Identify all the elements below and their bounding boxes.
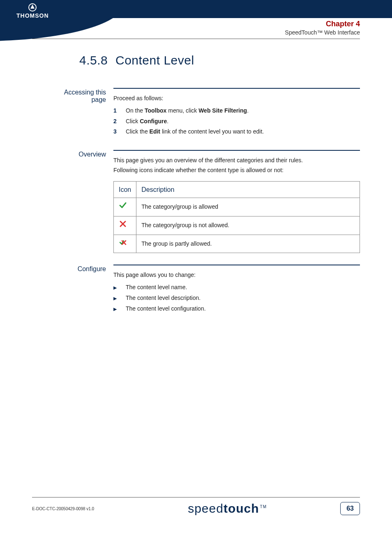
- section-overview: Overview This page gives you an overview…: [48, 150, 360, 253]
- desc-not-allowed: The category/group is not allowed.: [136, 216, 360, 235]
- t: .: [247, 107, 249, 114]
- brand-logo: THOMSON: [16, 3, 49, 19]
- chapter-subtitle: SpeedTouch™ Web Interface: [285, 29, 360, 36]
- th-description: Description: [136, 181, 360, 198]
- overview-p2: Following icons indicate whether the con…: [113, 166, 360, 175]
- header-right: Chapter 4 SpeedTouch™ Web Interface: [285, 20, 360, 36]
- page-content: 4.5.8Content Level Accessing this page P…: [0, 49, 392, 326]
- t: menu, click: [166, 107, 198, 114]
- body-overview: This page gives you an overview of the d…: [113, 150, 360, 253]
- footer-row: E-DOC-CTC-20050429-0098 v1.0 speedtouchT…: [32, 502, 360, 516]
- step-number: 1: [113, 106, 126, 116]
- side-label-accessing: Accessing this page: [48, 88, 113, 138]
- t: Configure: [140, 118, 167, 124]
- overview-p1: This page gives you an overview of the d…: [113, 156, 360, 166]
- section-rule: [113, 265, 360, 265]
- accessing-steps: 1 On the Toolbox menu, click Web Site Fi…: [113, 106, 360, 137]
- side-label-overview: Overview: [48, 150, 113, 253]
- chapter-label: Chapter 4: [285, 20, 360, 28]
- item-text: The content level name.: [126, 283, 187, 292]
- item-text: The content level description.: [126, 293, 201, 303]
- accessing-intro: Proceed as follows:: [113, 94, 360, 104]
- partial-icon: [119, 238, 127, 246]
- thomson-emblem-icon: [28, 3, 37, 12]
- section-rule: [113, 88, 360, 89]
- desc-partial: The group is partly allowed.: [136, 235, 360, 253]
- logo-part-bold: touch: [224, 502, 259, 515]
- body-configure: This page allows you to change: ▶The con…: [113, 265, 360, 314]
- list-item: ▶The content level description.: [113, 293, 360, 303]
- desc-allowed: The category/group is allowed: [136, 198, 360, 216]
- table-row: The category/group is not allowed.: [114, 216, 360, 235]
- t: Toolbox: [145, 107, 166, 114]
- step-number: 2: [113, 117, 126, 127]
- t: Click the: [126, 128, 150, 135]
- section-name: Content Level: [115, 53, 194, 67]
- list-item: ▶The content level name.: [113, 283, 360, 292]
- check-icon: [119, 201, 127, 210]
- icon-table: Icon Description The category/group is a…: [113, 181, 360, 253]
- step-1: 1 On the Toolbox menu, click Web Site Fi…: [113, 106, 360, 116]
- configure-list: ▶The content level name. ▶The content le…: [113, 283, 360, 313]
- t: Edit: [150, 128, 160, 135]
- step-text: On the Toolbox menu, click Web Site Filt…: [126, 106, 249, 116]
- section-number: 4.5.8: [79, 53, 115, 67]
- side-label-configure: Configure: [48, 265, 113, 314]
- t: link of the content level you want to ed…: [160, 128, 264, 135]
- bullet-icon: ▶: [113, 295, 126, 302]
- icon-partial: [114, 235, 136, 253]
- step-3: 3 Click the Edit link of the content lev…: [113, 127, 360, 137]
- icon-allowed: [114, 198, 136, 216]
- page-title: 4.5.8Content Level: [79, 53, 360, 67]
- item-text: The content level configuration.: [126, 304, 206, 314]
- step-text: Click Configure.: [126, 117, 168, 127]
- list-item: ▶The content level configuration.: [113, 304, 360, 314]
- document-id: E-DOC-CTC-20050429-0098 v1.0: [32, 507, 114, 511]
- footer-rule: [32, 497, 360, 497]
- table-row: The group is partly allowed.: [114, 235, 360, 253]
- section-accessing: Accessing this page Proceed as follows: …: [48, 88, 360, 138]
- bullet-icon: ▶: [113, 284, 126, 292]
- icon-not-allowed: [114, 216, 136, 235]
- table-header-row: Icon Description: [114, 181, 360, 198]
- trademark-symbol: TM: [260, 504, 267, 509]
- bullet-icon: ▶: [113, 305, 126, 313]
- section-rule: [113, 150, 360, 151]
- page-footer: E-DOC-CTC-20050429-0098 v1.0 speedtouchT…: [32, 497, 360, 516]
- table-row: The category/group is allowed: [114, 198, 360, 216]
- t: Web Site Filtering: [198, 107, 247, 114]
- speedtouch-logo: speedtouchTM: [114, 502, 340, 516]
- page-number: 63: [340, 502, 360, 515]
- header-rule: [32, 39, 360, 39]
- section-configure: Configure This page allows you to change…: [48, 265, 360, 314]
- configure-intro: This page allows you to change:: [113, 270, 360, 280]
- t: .: [167, 118, 168, 124]
- step-text: Click the Edit link of the content level…: [126, 127, 264, 137]
- brand-text: THOMSON: [16, 12, 49, 19]
- t: Click: [126, 118, 140, 124]
- th-icon: Icon: [114, 181, 136, 198]
- cross-icon: [119, 220, 127, 228]
- logo-part-light: speed: [188, 502, 224, 515]
- body-accessing: Proceed as follows: 1 On the Toolbox men…: [113, 88, 360, 138]
- step-2: 2 Click Configure.: [113, 117, 360, 127]
- t: On the: [126, 107, 145, 114]
- header-bar: [0, 0, 392, 18]
- step-number: 3: [113, 127, 126, 137]
